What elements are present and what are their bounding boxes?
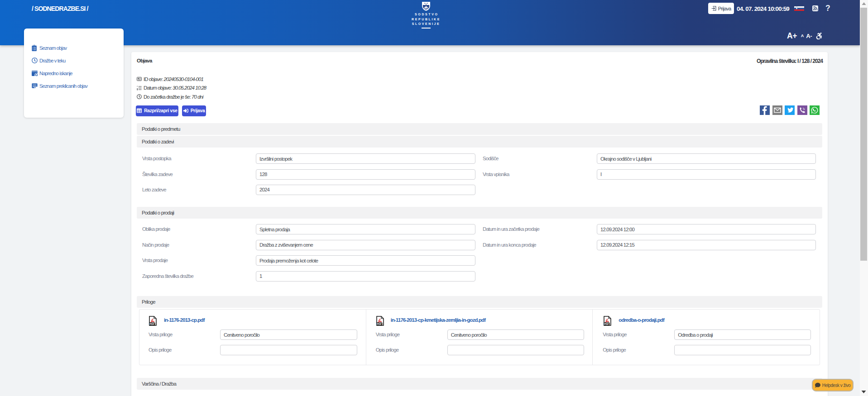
svg-text:PDF: PDF [377, 323, 382, 325]
svg-text:PDF: PDF [604, 323, 609, 325]
svg-text:PDF: PDF [149, 323, 155, 325]
